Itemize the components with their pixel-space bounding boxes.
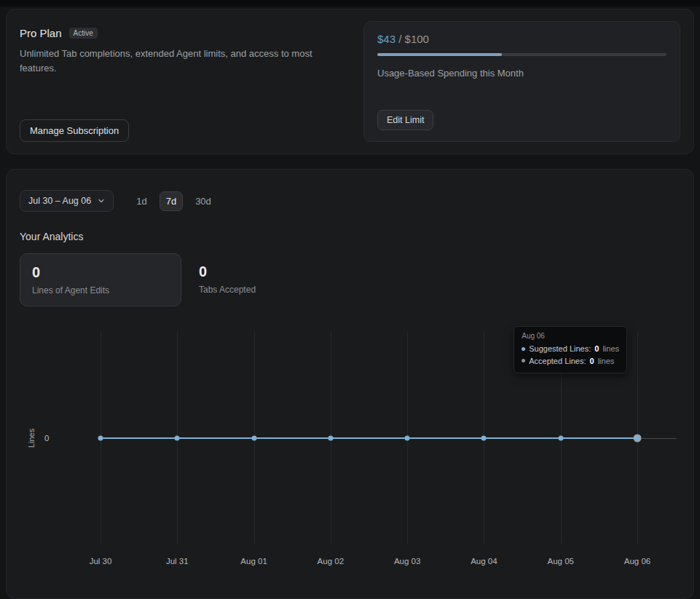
x-axis-label: Jul 30 (90, 557, 112, 566)
plan-info: Pro Plan Active Unlimited Tab completion… (20, 21, 334, 142)
data-point-jul-30[interactable] (98, 436, 103, 441)
tooltip-rows: Suggested Lines: 0 linesAccepted Lines: … (522, 343, 619, 367)
x-axis-label: Aug 02 (318, 557, 344, 566)
series-dot-icon (522, 359, 525, 362)
spend-progress-bar (377, 53, 666, 56)
usage-spend-panel: $43 / $100 Usage-Based Spending this Mon… (363, 21, 680, 142)
manage-subscription-button[interactable]: Manage Subscription (20, 119, 129, 142)
tooltip-series-label: Suggested Lines: (529, 343, 591, 355)
data-point-aug-01[interactable] (251, 436, 256, 441)
stat-lines-of-agent-edits[interactable]: 0 Lines of Agent Edits (20, 253, 181, 306)
y-axis-tick: 0 (44, 434, 49, 443)
spend-amounts: $43 / $100 (377, 33, 666, 45)
range-tab-7d[interactable]: 7d (160, 191, 183, 211)
spend-limit-amount: $100 (405, 33, 429, 45)
tooltip-row: Accepted Lines: 0 lines (522, 355, 619, 368)
x-axis-label: Aug 04 (471, 557, 497, 566)
date-range-label: Jul 30 – Aug 06 (28, 196, 91, 206)
date-range-select[interactable]: Jul 30 – Aug 06 (20, 190, 114, 212)
analytics-controls: Jul 30 – Aug 06 1d7d30d (20, 190, 680, 212)
window-top-strip (0, 0, 700, 7)
data-point-jul-31[interactable] (175, 436, 180, 441)
chevron-down-icon (98, 197, 105, 205)
spend-current-amount: $43 (377, 33, 396, 45)
stat-value: 0 (199, 263, 256, 280)
data-point-aug-03[interactable] (405, 436, 410, 441)
stat-label: Tabs Accepted (199, 285, 256, 295)
tooltip-row: Suggested Lines: 0 lines (522, 343, 619, 355)
y-axis-label: Lines (27, 429, 36, 448)
data-point-aug-06[interactable] (634, 435, 642, 443)
plan-title: Pro Plan (20, 27, 62, 39)
tooltip-series-unit: lines (598, 355, 615, 368)
stat-value: 0 (32, 264, 169, 281)
x-axis-label: Aug 01 (240, 557, 267, 566)
analytics-heading: Your Analytics (20, 231, 680, 242)
range-tab-1d[interactable]: 1d (130, 191, 153, 211)
stat-label: Lines of Agent Edits (32, 285, 169, 295)
stats-row: 0 Lines of Agent Edits 0 Tabs Accepted (20, 253, 680, 306)
x-axis-label: Jul 31 (166, 557, 189, 566)
tooltip-series-unit: lines (602, 343, 619, 355)
plan-title-row: Pro Plan Active (20, 27, 334, 39)
x-axis-label: Aug 03 (394, 557, 420, 566)
chart-tooltip: Aug 06 Suggested Lines: 0 linesAccepted … (514, 326, 627, 373)
plan-card: Pro Plan Active Unlimited Tab completion… (6, 9, 694, 154)
spend-caption: Usage-Based Spending this Month (377, 68, 666, 79)
plot-area: Jul 30Jul 31Aug 01Aug 02Aug 03Aug 04Aug … (101, 331, 637, 544)
plan-status-badge: Active (69, 28, 98, 39)
range-tabs: 1d7d30d (130, 191, 218, 211)
usage-chart: Lines 0 Jul 30Jul 31Aug 01Aug 02Aug 03Au… (20, 331, 680, 571)
tooltip-series-label: Accepted Lines: (529, 355, 586, 368)
series-line (101, 437, 637, 439)
data-point-aug-05[interactable] (558, 436, 563, 441)
x-axis-label: Aug 06 (624, 557, 650, 566)
series-dot-icon (522, 347, 525, 351)
data-point-aug-04[interactable] (481, 436, 487, 441)
spend-separator: / (398, 33, 401, 45)
x-axis-label: Aug 05 (547, 557, 573, 566)
analytics-card: Jul 30 – Aug 06 1d7d30d Your Analytics 0… (6, 169, 694, 599)
edit-limit-button[interactable]: Edit Limit (377, 110, 433, 130)
tooltip-series-value: 0 (594, 343, 599, 355)
stat-tabs-accepted[interactable]: 0 Tabs Accepted (199, 253, 256, 306)
data-point-aug-02[interactable] (328, 436, 333, 441)
tooltip-series-value: 0 (590, 355, 594, 368)
range-tab-30d[interactable]: 30d (189, 191, 218, 211)
spend-progress-fill (377, 53, 502, 56)
plan-description: Unlimited Tab completions, extended Agen… (20, 47, 334, 76)
tooltip-title: Aug 06 (522, 332, 619, 340)
